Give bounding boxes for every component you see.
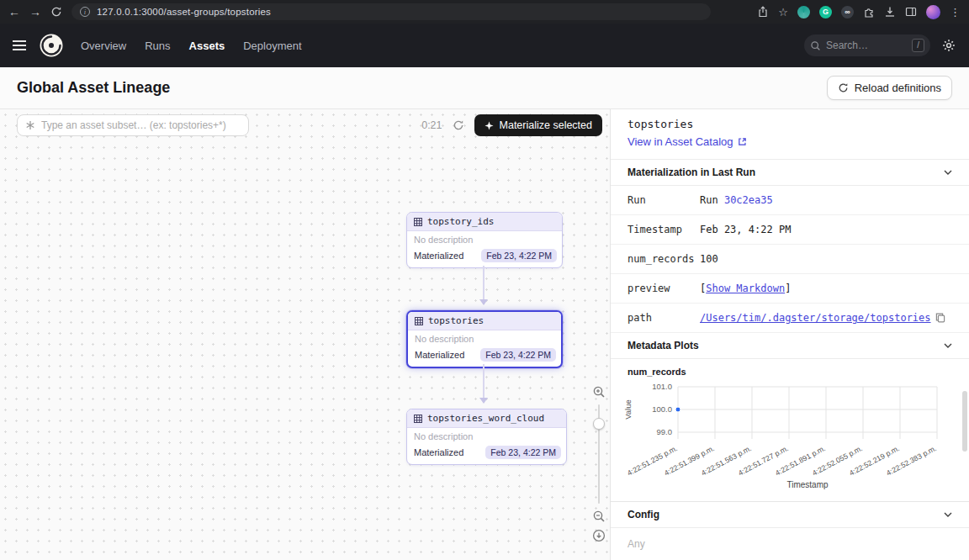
asset-node-description: No description <box>408 330 561 346</box>
section-title: Materialization in Last Run <box>627 166 755 178</box>
asset-node-timestamp: Feb 23, 4:22 PM <box>481 249 557 262</box>
show-markdown-link[interactable]: Show Markdown <box>706 283 785 294</box>
row-label: Run <box>627 194 700 206</box>
asset-table-icon <box>414 415 422 423</box>
search-shortcut-key: / <box>912 39 924 52</box>
panel-scrollbar[interactable] <box>962 391 967 452</box>
global-search[interactable]: / <box>804 34 930 56</box>
table-row-path: path /Users/tim/.dagster/storage/topstor… <box>611 304 969 333</box>
run-id-link[interactable]: 30c2ea35 <box>724 194 773 206</box>
svg-text:99.0: 99.0 <box>657 427 673 436</box>
svg-text:Value: Value <box>623 399 633 420</box>
asset-node-timestamp: Feb 23, 4:22 PM <box>485 446 561 459</box>
metadata-table: Run Run 30c2ea35 Timestamp Feb 23, 4:22 … <box>611 186 969 333</box>
asset-subset-input[interactable] <box>41 119 241 131</box>
asset-node-timestamp: Feb 23, 4:22 PM <box>480 348 556 362</box>
metadata-plot: 101.0100.099.04:22:51.235 p.m.4:22:51.39… <box>611 377 969 502</box>
section-title: Config <box>627 509 659 520</box>
app-header: Overview Runs Assets Deployment / <box>0 24 969 67</box>
search-input[interactable] <box>826 40 907 51</box>
asset-graph-canvas[interactable]: 0:21 Materialize selected topstory_ids N… <box>0 109 610 560</box>
asset-node-topstories[interactable]: topstories No description Materialized F… <box>406 310 563 368</box>
zoom-slider[interactable] <box>598 404 600 504</box>
browser-reload-button[interactable] <box>50 6 62 18</box>
table-row-timestamp: Timestamp Feb 23, 4:22 PM <box>611 215 969 245</box>
asset-node-status: Materialized <box>414 447 463 457</box>
materialize-selected-label: Materialize selected <box>500 119 592 131</box>
extension-icon-1[interactable] <box>797 6 810 18</box>
catalog-link-label: View in Asset Catalog <box>627 135 733 148</box>
extension-icon-2[interactable]: G <box>819 6 832 18</box>
table-row-num-records: num_records 100 <box>611 245 969 274</box>
row-label: Timestamp <box>627 224 700 235</box>
copy-icon[interactable] <box>935 313 945 323</box>
browser-back-button[interactable]: ← <box>8 6 20 18</box>
share-icon[interactable] <box>757 6 769 18</box>
asset-node-topstory-ids[interactable]: topstory_ids No description Materialized… <box>406 212 563 268</box>
section-metadata-plots[interactable]: Metadata Plots <box>611 333 969 359</box>
nav-deployment[interactable]: Deployment <box>243 40 301 52</box>
path-link[interactable]: /Users/tim/.dagster/storage/topstories <box>700 312 931 324</box>
metadata-plot-svg: 101.0100.099.04:22:51.235 p.m.4:22:51.39… <box>621 378 959 491</box>
lineage-edge <box>483 266 484 304</box>
asset-node-name: topstories <box>428 315 484 326</box>
browser-menu-icon[interactable]: ⋮ <box>950 6 961 18</box>
svg-text:Timestamp: Timestamp <box>786 480 829 489</box>
asset-node-status: Materialized <box>414 251 463 261</box>
nav-assets[interactable]: Assets <box>189 40 225 52</box>
row-label: path <box>627 312 700 324</box>
section-title: Metadata Plots <box>627 340 699 351</box>
config-value: Any <box>611 528 969 560</box>
zoom-in-icon[interactable] <box>592 385 606 399</box>
asset-subset-filter[interactable] <box>17 114 249 136</box>
zoom-slider-handle[interactable] <box>593 418 605 430</box>
url-bar[interactable]: i 127.0.0.1:3000/asset-groups/topstories <box>71 3 711 20</box>
dagster-logo[interactable] <box>39 33 64 58</box>
extension-icon-3[interactable]: ∞ <box>841 6 854 18</box>
selected-asset-name: topstories <box>627 118 952 130</box>
recenter-graph-icon[interactable] <box>592 529 606 542</box>
reload-icon <box>838 82 849 93</box>
extensions-puzzle-icon[interactable] <box>863 6 875 18</box>
browser-chrome: ← → i 127.0.0.1:3000/asset-groups/topsto… <box>0 0 969 24</box>
refresh-graph-icon[interactable] <box>453 119 464 131</box>
materialize-selected-button[interactable]: Materialize selected <box>474 114 602 136</box>
asset-node-name: topstories_word_cloud <box>427 413 544 424</box>
asset-node-description: No description <box>407 231 562 246</box>
asset-node-description: No description <box>407 428 566 443</box>
asset-node-topstories-word-cloud[interactable]: topstories_word_cloud No description Mat… <box>406 409 567 465</box>
site-info-icon[interactable]: i <box>80 7 90 17</box>
bookmark-star-icon[interactable]: ☆ <box>778 6 788 18</box>
search-icon <box>810 40 821 51</box>
lineage-edge <box>483 364 484 403</box>
hamburger-menu-icon[interactable] <box>0 40 39 50</box>
sparkle-icon <box>484 121 494 130</box>
page-title: Global Asset Lineage <box>17 79 170 97</box>
section-config[interactable]: Config <box>611 502 969 528</box>
table-row-preview: preview [Show Markdown] <box>611 274 969 304</box>
chevron-down-icon <box>944 170 952 175</box>
asset-details-panel: topstories View in Asset Catalog Materia… <box>610 109 969 560</box>
downloads-icon[interactable] <box>884 6 896 18</box>
zoom-controls <box>592 385 606 542</box>
nav-runs[interactable]: Runs <box>145 40 170 52</box>
asset-table-icon <box>415 317 423 325</box>
row-label: num_records <box>627 253 700 265</box>
svg-text:100.0: 100.0 <box>652 404 672 414</box>
browser-forward-button[interactable]: → <box>29 6 41 18</box>
reload-definitions-button[interactable]: Reload definitions <box>827 76 952 100</box>
profile-avatar[interactable] <box>926 5 940 19</box>
side-panel-icon[interactable] <box>905 6 917 18</box>
run-prefix: Run <box>700 194 718 206</box>
asset-node-status: Materialized <box>415 350 464 360</box>
run-timer: 0:21 <box>421 119 442 131</box>
url-text: 127.0.0.1:3000/asset-groups/topstories <box>97 7 271 17</box>
view-in-asset-catalog-link[interactable]: View in Asset Catalog <box>627 135 747 148</box>
nav-overview[interactable]: Overview <box>81 40 126 52</box>
zoom-out-icon[interactable] <box>592 510 606 523</box>
external-link-icon <box>738 137 747 146</box>
bracket: ] <box>785 283 791 294</box>
settings-gear-icon[interactable] <box>942 39 956 52</box>
timestamp-value: Feb 23, 4:22 PM <box>700 224 791 235</box>
section-materialization-last-run[interactable]: Materialization in Last Run <box>611 159 969 186</box>
